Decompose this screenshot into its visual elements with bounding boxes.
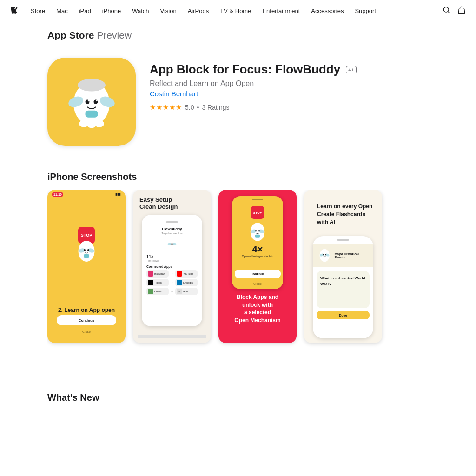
section-divider-2	[47, 362, 429, 362]
rating-count: 3 Ratings	[202, 104, 229, 111]
svg-line-1	[448, 12, 450, 14]
ss4-question-text: What event started World War I?	[320, 276, 366, 287]
breadcrumb-separator: Preview	[97, 30, 132, 41]
svg-point-29	[258, 230, 260, 231]
nav-item-support[interactable]: Support	[350, 0, 381, 22]
nav-item-tv-home[interactable]: TV & Home	[215, 0, 256, 22]
app-subtitle: Reflect and Learn on App Open	[150, 79, 429, 88]
ss1-ghost-small	[75, 238, 98, 265]
ss2-ghost-mini	[146, 238, 198, 251]
screenshots-section-title: iPhone Screenshots	[47, 172, 429, 182]
search-icon[interactable]	[443, 6, 451, 16]
nav-item-ipad[interactable]: iPad	[74, 0, 96, 22]
app-header: App Block for Focus: FlowBuddy 4+ Reflec…	[47, 48, 429, 160]
main-content: App Block for Focus: FlowBuddy 4+ Reflec…	[38, 48, 438, 422]
svg-point-7	[94, 120, 104, 127]
nav-items: Store Mac iPad iPhone Watch Vision AirPo…	[26, 0, 443, 22]
ss2-bottom-bar	[138, 335, 206, 338]
screenshots-section: iPhone Screenshots 11:10 ▮▮▮ STOP	[47, 172, 429, 348]
app-developer-link[interactable]: Costin Bernhart	[150, 90, 429, 98]
ss3-text-overlay: Block Apps and unlock with a selected Op…	[225, 293, 290, 324]
nav-item-watch[interactable]: Watch	[127, 0, 153, 22]
ss4-phone-mockup: Major Historical Events What event start…	[313, 236, 373, 338]
ss3-close-btn: Close	[235, 281, 281, 286]
rating-value: 5.0	[185, 104, 194, 111]
age-rating-badge: 4+	[346, 66, 357, 73]
svg-point-24	[172, 244, 173, 245]
ss3-count-text: 4×	[252, 244, 263, 255]
svg-point-13	[96, 100, 98, 101]
breadcrumb-appstore-label[interactable]: App Store	[47, 30, 94, 41]
ss2-connected-apps-label: Connected Apps	[146, 265, 198, 268]
svg-point-28	[255, 230, 257, 231]
ss2-app-row-2: TikTok → LinkedIn	[146, 279, 198, 286]
ss1-continue-btn: Continue	[57, 315, 116, 325]
ss4-title-text: Learn on every Open Create Flashcards wi…	[317, 203, 372, 226]
whats-new-section: What's New	[47, 381, 429, 403]
app-info: App Block for Focus: FlowBuddy 4+ Reflec…	[150, 58, 429, 112]
ss3-ghost-svg	[247, 221, 268, 243]
ss3-continue-btn: Continue	[235, 270, 281, 278]
ss1-time-badge: 11:10	[52, 192, 63, 197]
svg-point-34	[323, 254, 324, 255]
nav-item-airpods[interactable]: AirPods	[183, 0, 214, 22]
svg-point-35	[325, 254, 326, 255]
svg-rect-10	[86, 111, 98, 118]
app-icon	[47, 58, 136, 146]
svg-point-23	[171, 244, 172, 245]
ss2-tagline: Together we flow	[146, 232, 198, 235]
nav-item-iphone[interactable]: iPhone	[98, 0, 126, 22]
ss2-phone-mockup: FlowBuddy Together we flow 11× Tomor	[142, 215, 202, 326]
apple-logo[interactable]	[10, 7, 18, 15]
ss1-label-text: 2. Learn on App open	[47, 307, 126, 313]
svg-rect-30	[255, 235, 260, 238]
screenshot-1: 11:10 ▮▮▮ STOP	[47, 190, 126, 343]
ss1-stop-text: STOP	[81, 233, 92, 238]
ss4-card-label: Major Historical Events	[334, 252, 369, 259]
ss3-count-label: Opened Instagram in 24h	[238, 255, 277, 258]
screenshot-2: Easy Setup Clean Design FlowBuddy Togeth…	[133, 190, 211, 343]
svg-point-18	[87, 249, 89, 251]
screenshot-4: Learn on every Open Create Flashcards wi…	[304, 190, 382, 343]
app-rating: ★★★★★ 5.0 • 3 Ratings	[150, 103, 429, 112]
screenshots-row: 11:10 ▮▮▮ STOP	[47, 190, 429, 348]
ss2-flowbuddy-label: FlowBuddy	[146, 227, 198, 231]
app-title: App Block for Focus: FlowBuddy 4+	[150, 62, 429, 77]
navigation: Store Mac iPad iPhone Watch Vision AirPo…	[0, 0, 476, 22]
ss4-card-header: Major Historical Events	[313, 244, 373, 267]
ss3-stop-badge: STOP	[251, 206, 264, 219]
nav-item-accessories[interactable]: Accessories	[306, 0, 348, 22]
nav-action-icons	[443, 6, 466, 16]
app-icon-image	[57, 67, 126, 137]
svg-point-12	[88, 100, 89, 101]
section-divider-1	[47, 160, 429, 160]
nav-item-vision[interactable]: Vision	[156, 0, 181, 22]
nav-item-store[interactable]: Store	[26, 0, 50, 22]
ss1-ghost-svg	[75, 238, 98, 264]
svg-point-11	[78, 79, 106, 92]
ss2-notch	[166, 221, 178, 223]
ss1-signal: ▮▮▮	[115, 192, 121, 196]
screenshot-3: STOP 4× Opened Instagram in 24h	[218, 190, 297, 343]
ss2-title: Easy Setup Clean Design	[133, 196, 211, 210]
ss2-app-row-1: Instagram → YouTube	[146, 270, 198, 278]
ss2-app-row-3: Chess → + Add	[146, 288, 198, 295]
bag-icon[interactable]	[457, 6, 466, 16]
stars-display: ★★★★★	[150, 103, 182, 112]
ss4-question-card: What event started World War I?	[317, 271, 370, 308]
whats-new-title: What's New	[47, 392, 429, 403]
ss4-done-btn: Done	[317, 311, 370, 319]
svg-rect-19	[84, 254, 89, 258]
svg-point-17	[84, 249, 86, 251]
nav-item-entertainment[interactable]: Entertainment	[258, 0, 304, 22]
ss1-statusbar: 11:10 ▮▮▮	[47, 190, 126, 199]
ss3-phone-mockup: STOP 4× Opened Instagram in 24h	[232, 196, 283, 289]
ss1-close-btn: Close	[57, 328, 116, 335]
nav-item-mac[interactable]: Mac	[52, 0, 73, 22]
breadcrumb: App Store Preview	[38, 22, 438, 48]
